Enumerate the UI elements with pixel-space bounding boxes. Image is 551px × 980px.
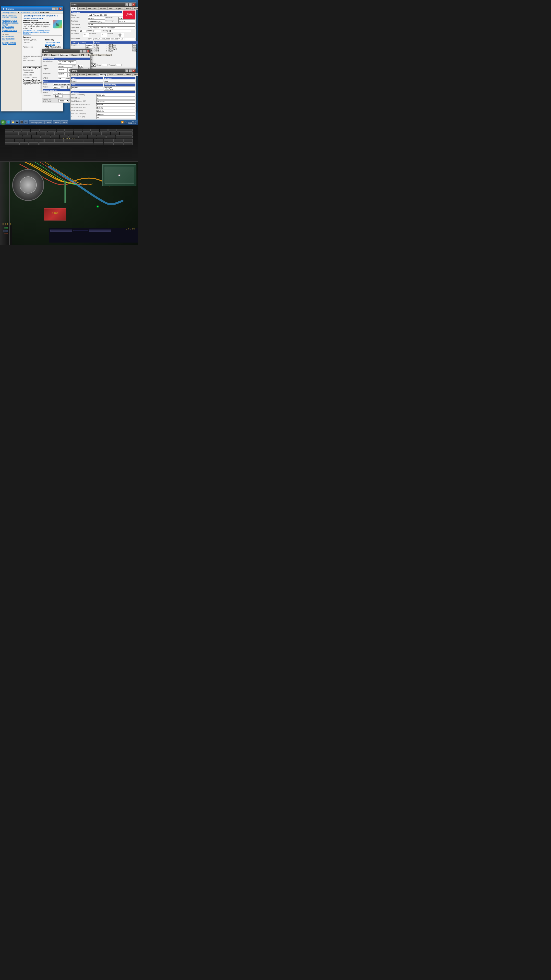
folder-icon[interactable]: 📁 [11, 120, 15, 124]
mb-tab-bench[interactable]: Bench [96, 54, 104, 56]
mb-header: Motherboard [43, 57, 90, 60]
mem-tab-bench[interactable]: Bench [125, 73, 132, 76]
name-label: Name [71, 14, 87, 16]
tab-graphics-main[interactable]: Graphics [114, 7, 124, 10]
mb-tab-about[interactable]: About [104, 54, 111, 56]
cpuz-mb-title: CPU-Z [43, 50, 49, 52]
mem-tab-memory[interactable]: Memory [98, 73, 108, 76]
mem-tab-cpu[interactable]: CPU [71, 73, 78, 76]
rev-label: Revision [108, 33, 117, 37]
cpuz-main-title: CPU-Z [71, 4, 78, 6]
cpuz-mem-maximize[interactable]: □ [129, 69, 132, 72]
mb-tab-mainboard[interactable]: Mainboard [58, 54, 70, 56]
media-icon[interactable]: ▶ [15, 120, 19, 124]
taskbar-item-cpuz-3[interactable]: CPU-Z [60, 120, 68, 124]
mb-bios-ver-val: 0603 [53, 86, 60, 89]
mb-tools-dropdown[interactable]: Tools [58, 99, 70, 102]
nav-item-devices[interactable]: Диспетчер устройств [2, 20, 21, 21]
mem-tab-about[interactable]: About [133, 73, 138, 76]
timings-header: Timings [71, 91, 135, 93]
keyboard-area: ASUS [0, 125, 138, 162]
cpuz-mb-version: CPU-Z Ver. 1.78.1.x64 [43, 99, 58, 102]
nav-item-protection[interactable]: Защита системы [2, 26, 21, 27]
cpuz-main-minimize[interactable]: _ [125, 3, 128, 6]
copyright-text: © Корпорация Майкрософт (Microsoft Corp.… [23, 24, 53, 27]
tab-about-main[interactable]: About [132, 7, 138, 10]
sysinfo-maximize-btn[interactable]: □ [56, 7, 58, 10]
upgrade-link[interactable]: Получить доступ к дополнительным функция… [23, 29, 53, 35]
tab-mainboard[interactable]: Mainboard [87, 7, 98, 10]
mb-tab-graphics[interactable]: Graphics [86, 54, 96, 56]
cpuz-main-close[interactable]: ✕ [132, 3, 135, 6]
taskbar-clock[interactable]: 13:25 25.11.2010 [127, 121, 137, 124]
cpuz-mem-close[interactable]: ✕ [132, 69, 135, 72]
ie-icon[interactable]: 🌐 [6, 120, 10, 124]
mem-tab-spd[interactable]: SPD [108, 73, 114, 76]
nav-item-support[interactable]: Центр поддержки [2, 35, 21, 37]
mb-mfr-row: Manufacturer ASUSTeK Computer INC. [43, 60, 90, 65]
tech-row: Technology 45 nm [71, 23, 135, 26]
cpuz-mem-minimize[interactable]: _ [125, 69, 128, 72]
cores-label: Cores [97, 64, 101, 66]
tab-caches[interactable]: Caches [78, 7, 87, 10]
mem-tab-caches[interactable]: Caches [78, 73, 87, 76]
mb-tab-cpu[interactable]: CPU [42, 54, 49, 56]
step-value: 2 [109, 30, 131, 32]
pcie-slot-2 [73, 230, 88, 231]
mb-tab-spd[interactable]: SPD [79, 54, 86, 56]
vm-icon[interactable]: ⬛ [20, 120, 24, 124]
command-val: 2T [96, 116, 135, 119]
mem-tab-mainboard[interactable]: Mainboard [87, 73, 98, 76]
cpuz-mb-close[interactable]: ✕ [86, 50, 89, 52]
tab-cpu[interactable]: CPU [71, 7, 78, 10]
tab-bench-main[interactable]: Bench [124, 7, 132, 10]
rating-row: Оценка: Оценка системы недоступна [23, 41, 62, 46]
core-volt-value: 0.976 V [118, 20, 136, 23]
l1i-label: L1 Inst. [94, 46, 106, 48]
package-voltage-row: Package Socket AM3 (938) Core Voltage 0.… [71, 20, 135, 23]
l1i-way: 2-way [132, 46, 138, 48]
hdd-label: 💾 [118, 174, 121, 177]
mb-tab-memory[interactable]: Memory [70, 54, 79, 56]
nav-item-performance[interactable]: Счётчики и средства производительности [2, 41, 21, 45]
sysinfo-titlebar: 🖥 Система _ □ ✕ [1, 6, 63, 11]
taskbar-item-control-panel[interactable]: Панель управл... [29, 120, 44, 124]
rev-value: RB-C2 [118, 33, 124, 37]
cpuz-mb-maximize[interactable]: □ [83, 50, 86, 52]
start-button[interactable]: ⊞ [0, 119, 6, 125]
nav-item-remote[interactable]: Настройка удалённого доступа [2, 22, 21, 25]
start-icon: ⊞ [2, 121, 4, 124]
l1d-way: 2-way [132, 44, 138, 46]
cpuz-mb-minimize[interactable]: _ [79, 50, 83, 52]
rating-link[interactable]: Оценка системы недоступна [45, 41, 62, 46]
dram-freq: 400.0 MHz [96, 94, 135, 97]
mb-tab-caches[interactable]: Caches [49, 54, 58, 56]
taskbar-item-cpuz-1[interactable]: CPU-Z [45, 120, 52, 124]
sysinfo-close-btn[interactable]: ✕ [59, 7, 62, 10]
sysinfo-addressbar: Панель управления ▶ Система и безопаснос… [1, 11, 63, 14]
tab-memory-main[interactable]: Memory [98, 7, 107, 10]
nav-item-windows-update[interactable]: Центр обновления Windows [2, 38, 21, 41]
mem-tab-graphics[interactable]: Graphics [114, 73, 124, 76]
l3-value: 6 MBytes [106, 50, 120, 52]
mb-model-value: M3N78 [58, 65, 73, 68]
clocks-header: Clocks (Core #0) [71, 41, 93, 44]
ras-pre-val: 6 clocks [96, 107, 135, 109]
systray-icon-volume: 🔊 [124, 121, 127, 124]
ram-stick-4 [64, 181, 66, 204]
sysinfo-minimize-btn[interactable]: _ [52, 7, 55, 10]
tab-spd[interactable]: SPD [108, 7, 114, 10]
nav-item-advanced[interactable]: Дополнительные параметры системы [2, 28, 21, 31]
taskbar-item-cpuz-2[interactable]: CPU-Z [52, 120, 60, 124]
tech-label: Technology [71, 23, 87, 26]
app-icon[interactable]: ★ [24, 120, 28, 124]
cpuz-main-maximize[interactable]: □ [129, 3, 132, 6]
heatsink-asus-label: ASUS [44, 212, 66, 215]
win7-logo: ⊞ [53, 20, 62, 29]
keyboard-row-3 [5, 135, 133, 138]
systray: 📶 🔊 13:25 25.11.2010 [121, 121, 137, 124]
win-edition-area: Издание Windows Windows 7 Профессиональн… [23, 20, 62, 35]
nav-item-home[interactable]: Панель управления - домашняя страница [2, 14, 21, 18]
mb-model-row: Model M3N78 Rev. X.0x [43, 65, 90, 68]
instr-row: Instructions MMX(+), 3DNow!(+), SSE, SSE… [71, 38, 135, 40]
